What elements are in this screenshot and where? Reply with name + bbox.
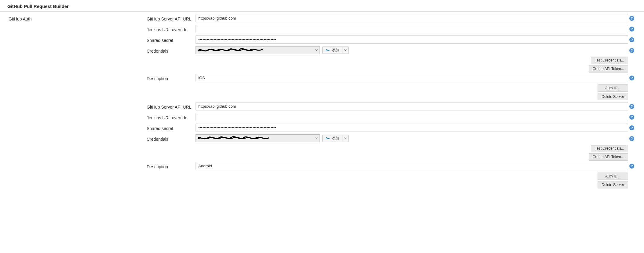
label-api-url: GitHub Server API URL bbox=[147, 102, 196, 110]
help-icon[interactable]: ? bbox=[629, 125, 634, 130]
label-credentials: Credentials bbox=[147, 134, 196, 142]
label-credentials: Credentials bbox=[147, 46, 196, 54]
add-button-label: 添加 bbox=[332, 136, 339, 141]
svg-point-0 bbox=[326, 50, 327, 51]
delete-server-button[interactable]: Delete Server bbox=[598, 93, 628, 100]
chevron-down-icon bbox=[315, 49, 318, 51]
create-api-token-button[interactable]: Create API Token... bbox=[589, 65, 628, 73]
help-icon[interactable]: ? bbox=[629, 164, 634, 169]
api-url-input[interactable] bbox=[196, 14, 628, 22]
label-shared-secret: Shared secret bbox=[147, 124, 196, 131]
credentials-select[interactable] bbox=[196, 134, 320, 142]
description-input[interactable] bbox=[196, 74, 628, 82]
test-credentials-button[interactable]: Test Credentials... bbox=[591, 57, 628, 64]
add-credentials-dropdown[interactable] bbox=[342, 135, 348, 142]
label-description: Description bbox=[147, 162, 196, 169]
test-credentials-button[interactable]: Test Credentials... bbox=[591, 145, 628, 152]
key-icon bbox=[326, 49, 330, 52]
add-credentials-button[interactable]: 添加 bbox=[322, 135, 349, 142]
svg-point-1 bbox=[326, 138, 327, 139]
help-icon[interactable]: ? bbox=[629, 104, 634, 109]
auth-id-button[interactable]: Auth ID... bbox=[598, 173, 628, 180]
help-icon[interactable]: ? bbox=[629, 27, 634, 32]
help-icon[interactable]: ? bbox=[629, 16, 634, 21]
jenkins-override-input[interactable] bbox=[196, 113, 628, 121]
help-icon[interactable]: ? bbox=[629, 76, 634, 80]
add-credentials-dropdown[interactable] bbox=[342, 47, 348, 54]
description-input[interactable] bbox=[196, 162, 628, 170]
create-api-token-button[interactable]: Create API Token... bbox=[589, 153, 628, 161]
label-jenkins-override: Jenkins URL override bbox=[147, 113, 196, 120]
key-icon bbox=[326, 137, 330, 140]
server-block: GitHub Server API URL ? Jenkins URL over… bbox=[147, 102, 635, 188]
label-description: Description bbox=[147, 74, 196, 81]
delete-server-button[interactable]: Delete Server bbox=[598, 181, 628, 188]
section-title: GitHub Pull Request Builder bbox=[0, 0, 644, 12]
redacted-credential-icon bbox=[198, 47, 315, 54]
section-label-github-auth: GitHub Auth bbox=[0, 14, 147, 21]
api-url-input[interactable] bbox=[196, 102, 628, 110]
label-jenkins-override: Jenkins URL override bbox=[147, 25, 196, 32]
jenkins-override-input[interactable] bbox=[196, 25, 628, 33]
help-icon[interactable]: ? bbox=[629, 136, 634, 141]
chevron-down-icon bbox=[315, 137, 318, 140]
auth-id-button[interactable]: Auth ID... bbox=[598, 84, 628, 92]
label-api-url: GitHub Server API URL bbox=[147, 14, 196, 21]
add-button-label: 添加 bbox=[332, 48, 339, 53]
help-icon[interactable]: ? bbox=[629, 37, 634, 42]
add-credentials-button[interactable]: 添加 bbox=[322, 47, 349, 54]
credentials-select[interactable] bbox=[196, 46, 320, 54]
label-shared-secret: Shared secret bbox=[147, 35, 196, 43]
shared-secret-input[interactable] bbox=[196, 35, 628, 44]
help-icon[interactable]: ? bbox=[629, 48, 634, 53]
help-icon[interactable]: ? bbox=[629, 115, 634, 120]
shared-secret-input[interactable] bbox=[196, 124, 628, 132]
server-block: GitHub Server API URL ? Jenkins URL over… bbox=[147, 14, 635, 100]
redacted-credential-icon bbox=[198, 135, 315, 142]
